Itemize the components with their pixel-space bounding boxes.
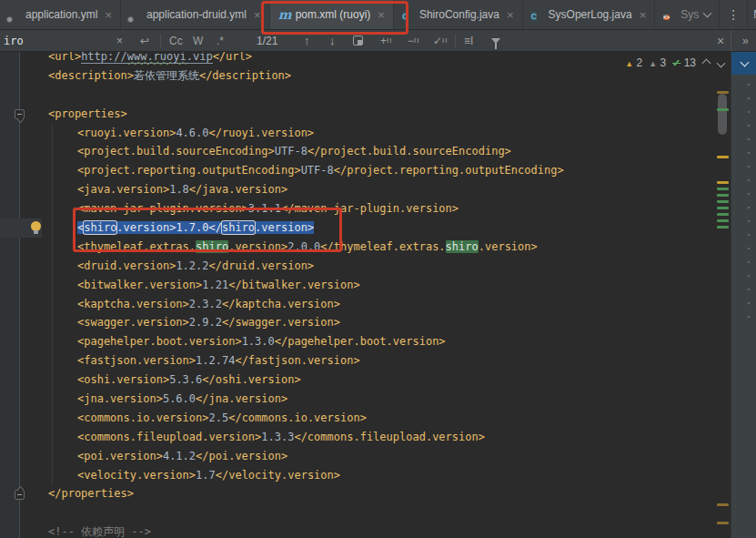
match-case-toggle[interactable]: Cc [169,30,183,51]
splitter-dot [748,111,750,113]
search-filter-icon[interactable] [491,30,500,51]
splitter-dot [748,97,750,99]
code-line [0,503,731,523]
search-history-icon[interactable]: ↩ [140,30,149,51]
code-line: <commons.io.version>2.5</commons.io.vers… [0,409,731,428]
splitter-dot [748,316,750,318]
splitter-dot [748,152,750,154]
clear-search-icon[interactable]: × [116,30,123,51]
match-count: 1/21 [257,30,277,51]
previous-problem-icon[interactable] [702,58,711,67]
multiline-search-icon[interactable]: ≡I [464,30,473,51]
stripe-mark [717,91,729,94]
previous-occurrence-icon[interactable]: ↑ [304,30,310,51]
code-line: <poi.version>4.1.2</poi.version> [0,447,731,466]
close-tab-icon[interactable]: × [254,8,261,22]
add-occurrence-icon[interactable]: +II [380,30,392,51]
stripe-mark [717,522,729,524]
fold-collapse-icon[interactable] [15,109,25,119]
code-line: <velocity.version>1.7</velocity.version> [0,466,731,485]
maven-tool-button[interactable]: Mav [747,0,756,29]
code-line: <swagger.version>2.9.2</swagger.version> [0,313,731,332]
java-class-icon: C [531,9,543,21]
splitter-dot [748,261,750,263]
code-line: <thymeleaf.extras.shiro.version>2.0.0</t… [0,238,731,257]
stripe-mark [717,207,729,209]
close-tab-icon[interactable]: × [507,8,514,22]
chevron-down-icon[interactable] [703,9,712,18]
code-line: <url>http://www.ruoyi.vip</url> [0,52,731,66]
code-line: <commons.fileupload.version>1.3.3</commo… [0,428,731,447]
next-occurrence-icon[interactable]: ↓ [329,30,336,51]
code-line: <project.build.sourceEncoding>UTF-8</pro… [0,142,731,161]
splitter-dot [748,302,750,304]
splitter-dot [748,207,750,208]
splitter-dot [748,248,750,249]
tab-label: pom.xml (ruoyi) [296,8,371,21]
code-line: <description>若依管理系统</description> [0,66,731,86]
remove-occurrence-icon[interactable]: −II [408,30,419,51]
code-line: <ruoyi.version>4.6.0</ruoyi.version> [0,124,731,143]
splitter-dot [748,193,750,195]
stripe-mark [717,200,729,203]
code-line: <pagehelper.boot.version>1.3.0</pagehelp… [0,332,731,351]
next-problem-icon[interactable] [717,58,726,67]
stripe-mark [717,219,729,222]
tab-label: application-druid.yml [146,8,247,21]
tab-bar: application.yml×application-druid.yml×mp… [0,0,756,30]
fold-collapse-end-icon[interactable] [15,490,25,500]
tab-shiroconfig-java[interactable]: CShiroConfig.java× [394,0,523,29]
splitter-dot [748,234,750,236]
code-editor[interactable]: <url>http://www.ruoyi.vip</url><descript… [0,52,756,538]
code-line: <druid.version>1.2.2</druid.version> [0,257,731,276]
code-line: <project.reporting.outputEncoding>UTF-8<… [0,161,731,180]
code-line: <kaptcha.version>2.3.2</kaptcha.version> [0,295,731,314]
splitter-dot [748,289,750,290]
spring-boot-icon [8,9,20,21]
close-tab-icon[interactable]: × [105,8,112,22]
code-line: <oshi.version>5.3.6</oshi.version> [0,371,731,390]
code-line: <fastjson.version>1.2.74</fastjson.versi… [0,351,731,371]
close-tab-icon[interactable]: × [378,8,385,22]
close-search-icon[interactable]: × [717,30,724,51]
tab-sysoperlog-java[interactable]: CSysOperLog.java× [523,0,656,29]
divider [455,34,456,47]
code-line: </properties> [0,484,731,503]
stripe-mark [717,181,729,184]
splitter-dot [748,179,750,181]
splitter-dot [748,275,750,277]
search-input[interactable]: iro [4,30,24,51]
html-file-icon: <> [663,9,675,21]
divider [731,30,731,51]
tab-application-druid-yml[interactable]: application-druid.yml× [121,0,270,29]
close-tab-icon[interactable]: × [640,8,647,22]
stripe-mark [717,213,729,216]
tab-sys-hidden[interactable]: <>Sys [655,0,720,29]
stripe-mark [717,226,729,228]
stripe-mark [717,188,729,190]
search-in-selection-icon[interactable] [353,30,363,51]
error-stripe [715,52,731,538]
scrollbar-thumb[interactable] [718,94,727,135]
hidden-tabs-menu-icon[interactable]: ⋮ [720,7,747,22]
maven-icon: m [278,9,290,21]
whole-words-toggle[interactable]: W [193,30,203,51]
panel-collapse-icon[interactable] [731,52,756,75]
code-line: <jna.version>5.6.0</jna.version> [0,390,731,409]
intention-bulb-icon[interactable] [30,221,42,235]
regex-toggle[interactable]: .* [217,30,224,51]
typo-icon: ✓ 13 [672,56,696,69]
select-all-occurrences-icon[interactable]: ✓II [433,30,449,51]
tab-application-yml[interactable]: application.yml× [0,0,121,29]
code-line: <properties> [0,105,731,124]
tab-pom-xml[interactable]: mpom.xml (ruoyi)× [270,0,394,29]
splitter-dot [748,84,750,86]
splitter-dot [748,220,750,222]
warning-icon: ▲ 2 [625,56,642,69]
code-lines: <url>http://www.ruoyi.vip</url><descript… [0,52,731,538]
right-tool-strip [731,52,756,538]
find-bar: iro × ↩ Cc W .* 1/21 ↑ ↓ +II −II ✓II ≡I … [0,30,756,52]
weak-warning-icon: ▲ 3 [649,56,666,69]
stripe-mark [717,108,729,111]
more-options-icon[interactable]: » [742,30,749,51]
